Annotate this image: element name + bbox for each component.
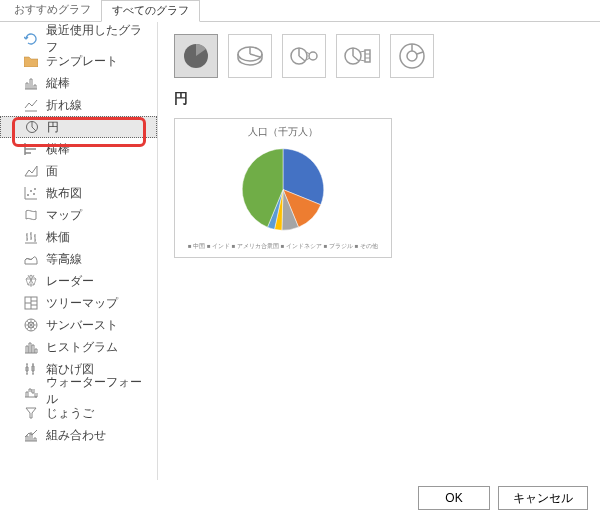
sidebar-item-scatter[interactable]: 散布図	[0, 182, 157, 204]
sidebar-item-label: 組み合わせ	[46, 427, 106, 444]
radar-chart-icon	[22, 273, 40, 289]
sidebar-item-label: ツリーマップ	[46, 295, 118, 312]
treemap-icon	[22, 295, 40, 311]
sidebar-item-label: 折れ線	[46, 97, 82, 114]
svg-point-15	[407, 51, 417, 61]
sidebar-item-stock[interactable]: 株価	[0, 226, 157, 248]
cancel-button[interactable]: キャンセル	[498, 486, 588, 510]
sidebar-item-label: じょうご	[46, 405, 94, 422]
map-icon	[22, 207, 40, 223]
sidebar-item-recent[interactable]: 最近使用したグラフ	[0, 28, 157, 50]
sidebar-item-column[interactable]: 縦棒	[0, 72, 157, 94]
sidebar-item-label: サンバースト	[46, 317, 118, 334]
surface-chart-icon	[22, 251, 40, 267]
scatter-chart-icon	[22, 185, 40, 201]
svg-point-2	[30, 190, 32, 192]
svg-point-4	[34, 188, 36, 190]
chart-preview[interactable]: 人口（千万人） ■ 中国 ■ インド ■ アメリカ合衆国 ■ インドネシア ■ …	[174, 118, 392, 258]
dialog-footer: OK キャンセル	[418, 486, 588, 510]
svg-point-3	[33, 193, 35, 195]
sidebar-item-radar[interactable]: レーダー	[0, 270, 157, 292]
content-area: 円 人口（千万人） ■ 中国 ■ インド ■ アメリカ合衆国 ■ インドネシア …	[158, 22, 600, 480]
sidebar-item-sunburst[interactable]: サンバースト	[0, 314, 157, 336]
sidebar-item-map[interactable]: マップ	[0, 204, 157, 226]
sidebar-item-combo[interactable]: 組み合わせ	[0, 424, 157, 446]
column-chart-icon	[22, 75, 40, 91]
sidebar-item-histogram[interactable]: ヒストグラム	[0, 336, 157, 358]
funnel-icon	[22, 405, 40, 421]
sidebar-item-label: 株価	[46, 229, 70, 246]
svg-point-1	[27, 194, 29, 196]
preview-title: 人口（千万人）	[248, 125, 318, 139]
line-chart-icon	[22, 97, 40, 113]
sidebar-item-treemap[interactable]: ツリーマップ	[0, 292, 157, 314]
sidebar-item-label: 最近使用したグラフ	[46, 22, 151, 56]
sidebar-item-label: 円	[47, 119, 59, 136]
section-title: 円	[174, 90, 584, 108]
subtype-row	[174, 34, 584, 78]
preview-legend: ■ 中国 ■ インド ■ アメリカ合衆国 ■ インドネシア ■ ブラジル ■ そ…	[181, 242, 385, 251]
sunburst-icon	[22, 317, 40, 333]
tab-all[interactable]: すべてのグラフ	[101, 0, 200, 22]
subtype-bar-of-pie[interactable]	[336, 34, 380, 78]
combo-chart-icon	[22, 427, 40, 443]
sidebar-item-label: 等高線	[46, 251, 82, 268]
subtype-pie[interactable]	[174, 34, 218, 78]
sidebar-item-label: レーダー	[46, 273, 94, 290]
sidebar-item-area[interactable]: 面	[0, 160, 157, 182]
tab-recommended[interactable]: おすすめグラフ	[4, 0, 101, 21]
chart-type-sidebar: 最近使用したグラフ テンプレート 縦棒 折れ線 円 横棒 面 散布図	[0, 22, 158, 480]
recent-icon	[22, 31, 40, 47]
sidebar-item-waterfall[interactable]: ウォーターフォール	[0, 380, 157, 402]
sidebar-item-label: ヒストグラム	[46, 339, 118, 356]
sidebar-item-pie[interactable]: 円	[0, 116, 157, 138]
sidebar-item-label: 横棒	[46, 141, 70, 158]
tab-bar: おすすめグラフ すべてのグラフ	[0, 0, 600, 22]
sidebar-item-line[interactable]: 折れ線	[0, 94, 157, 116]
waterfall-icon	[22, 383, 40, 399]
bar-chart-icon	[22, 141, 40, 157]
subtype-doughnut[interactable]	[390, 34, 434, 78]
sidebar-item-label: ウォーターフォール	[46, 374, 151, 408]
pie-chart-svg	[233, 141, 333, 238]
svg-point-11	[309, 52, 317, 60]
sidebar-item-bar[interactable]: 横棒	[0, 138, 157, 160]
stock-chart-icon	[22, 229, 40, 245]
area-chart-icon	[22, 163, 40, 179]
ok-button[interactable]: OK	[418, 486, 490, 510]
histogram-icon	[22, 339, 40, 355]
pie-chart-icon	[23, 119, 41, 135]
folder-icon	[22, 53, 40, 69]
sidebar-item-label: 面	[46, 163, 58, 180]
svg-rect-13	[365, 50, 370, 62]
sidebar-item-surface[interactable]: 等高線	[0, 248, 157, 270]
subtype-pie-3d[interactable]	[228, 34, 272, 78]
box-whisker-icon	[22, 361, 40, 377]
sidebar-item-label: 散布図	[46, 185, 82, 202]
sidebar-item-label: テンプレート	[46, 53, 118, 70]
sidebar-item-label: 縦棒	[46, 75, 70, 92]
subtype-pie-of-pie[interactable]	[282, 34, 326, 78]
sidebar-item-label: マップ	[46, 207, 82, 224]
